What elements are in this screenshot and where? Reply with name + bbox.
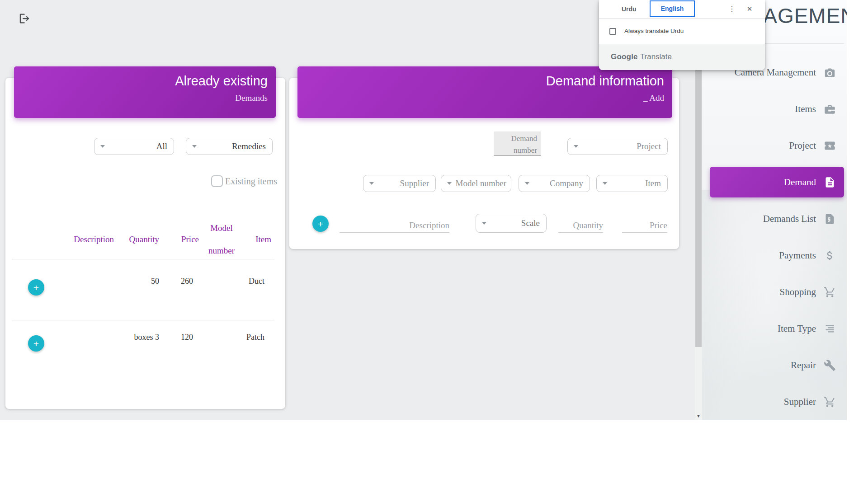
chevron-down-icon [482, 222, 486, 225]
filter-remedies-dropdown[interactable]: Remedies [186, 138, 273, 155]
description-input[interactable]: Description [340, 215, 449, 233]
project-dropdown[interactable]: Project [567, 138, 668, 155]
quantity-placeholder: Quantity [573, 221, 604, 230]
price-placeholder: Price [650, 221, 667, 230]
sidebar-item-shopping[interactable]: Shopping [702, 274, 847, 310]
chevron-down-icon [100, 145, 105, 148]
sidebar-menu: Camera Management Items Project Demand D… [702, 54, 847, 420]
plus-icon: + [33, 339, 39, 348]
add-link[interactable]: _ Add [643, 93, 664, 103]
chevron-down-icon [525, 182, 529, 185]
tab-urdu[interactable]: Urdu [622, 0, 637, 18]
translate-footer: GoogleTranslate [599, 44, 765, 70]
card-title: Demand information [546, 73, 664, 89]
model-number-value: Model number [452, 178, 511, 188]
table-divider [12, 320, 274, 320]
row2-quantity: boxes 3 [118, 333, 159, 342]
scale-dropdown[interactable]: Scale [476, 214, 547, 233]
model-number-dropdown[interactable]: Model number [441, 175, 511, 192]
item-dropdown[interactable]: Item [596, 175, 668, 192]
existing-items-label: Existing items [225, 176, 277, 187]
price-input[interactable]: Price [622, 215, 667, 233]
google-logo: Google [611, 52, 638, 61]
always-translate-checkbox[interactable] [609, 28, 616, 35]
row1-quantity: 50 [118, 277, 159, 286]
demand-number-placeholder: Demand number [511, 134, 537, 155]
filter-all-dropdown[interactable]: All [94, 138, 174, 155]
sidebar-item-supplier[interactable]: Supplier [702, 384, 847, 420]
scale-value: Scale [486, 218, 546, 228]
sidebar-item-label: Demands List [763, 213, 816, 225]
tab-english[interactable]: English [650, 0, 695, 17]
sidebar-item-label: Item Type [778, 323, 816, 334]
translate-brand-text: Translate [640, 52, 672, 61]
plus-icon: + [33, 283, 39, 292]
card-subtitle: Demands [235, 93, 268, 103]
chevron-down-icon [192, 145, 197, 148]
supplier-dropdown[interactable]: Supplier [363, 175, 436, 192]
sidebar-item-label: Items [795, 103, 816, 115]
col-header-item: Item [244, 235, 271, 244]
scrollbar-down-arrow[interactable]: ▼ [695, 412, 702, 420]
sidebar-item-payments[interactable]: Payments [702, 237, 847, 274]
sidebar-item-label: Demand [784, 177, 816, 188]
sidebar-item-label: Project [789, 140, 816, 151]
sidebar-item-repair[interactable]: Repair [702, 347, 847, 384]
already-existing-header: Already existing Demands [14, 66, 276, 118]
row1-item: Duct [244, 277, 264, 286]
add-demand-line-button[interactable]: + [312, 216, 329, 232]
translate-tabs: Urdu English ⋮ ✕ [599, 0, 765, 19]
sidebar-item-demands-list[interactable]: Demands List [702, 201, 847, 237]
card-title: Already existing [175, 73, 268, 89]
chevron-down-icon [603, 182, 607, 185]
supplier-value: Supplier [374, 178, 435, 188]
add-row-button[interactable]: + [28, 279, 44, 296]
sidebar-item-label: Repair [791, 360, 816, 371]
chevron-down-icon [574, 145, 578, 148]
chevron-down-icon [447, 182, 452, 185]
dollar-icon [824, 249, 836, 262]
add-row-button[interactable]: + [28, 335, 44, 352]
quantity-input[interactable]: Quantity [558, 215, 603, 233]
cart-icon [824, 396, 836, 408]
row2-price: 120 [163, 333, 193, 342]
tools-icon [824, 359, 836, 371]
demand-information-header: Demand information _ Add [297, 66, 672, 118]
plus-icon: + [318, 219, 323, 229]
already-existing-card: All Remedies Existing items Description … [5, 78, 285, 409]
description-placeholder: Description [409, 221, 449, 230]
chevron-down-icon [369, 182, 374, 185]
item-value: Item [607, 178, 667, 188]
document-icon [824, 176, 836, 188]
col-header-price: Price [163, 235, 199, 244]
sidebar-item-label: Shopping [779, 286, 816, 298]
demand-number-field[interactable]: Demand number [494, 131, 541, 156]
sidebar-item-project[interactable]: Project [702, 127, 847, 164]
list-lines-icon [824, 323, 836, 335]
table-divider [12, 259, 274, 259]
sidebar-item-label: Payments [779, 250, 816, 261]
sidebar-item-label: Supplier [784, 396, 816, 408]
row2-item: Patch [244, 333, 264, 342]
close-icon[interactable]: ✕ [745, 4, 755, 14]
company-dropdown[interactable]: Company [519, 175, 590, 192]
sidebar-item-demand[interactable]: Demand [710, 167, 844, 197]
google-translate-popup: Urdu English ⋮ ✕ Always translate Urdu G… [599, 0, 765, 70]
sidebar-item-item-type[interactable]: Item Type [702, 310, 847, 347]
filter-remedies-value: Remedies [197, 141, 272, 151]
logout-icon[interactable] [17, 12, 31, 25]
col-header-description: Description [49, 235, 114, 244]
more-options-icon[interactable]: ⋮ [727, 4, 737, 14]
filter-all-value: All [105, 141, 174, 151]
app-root: All Remedies Existing items Description … [0, 0, 868, 488]
always-translate-label: Always translate Urdu [624, 28, 684, 34]
sidebar-item-items[interactable]: Items [702, 91, 847, 127]
row1-price: 260 [163, 277, 193, 286]
existing-items-checkbox[interactable] [211, 175, 223, 187]
camera-icon [824, 66, 836, 79]
col-header-model-line1: Model [203, 223, 241, 233]
col-header-quantity: Quantity [118, 235, 159, 244]
company-value: Company [529, 178, 590, 188]
invoice-icon [824, 213, 836, 225]
briefcase-icon [824, 103, 836, 115]
